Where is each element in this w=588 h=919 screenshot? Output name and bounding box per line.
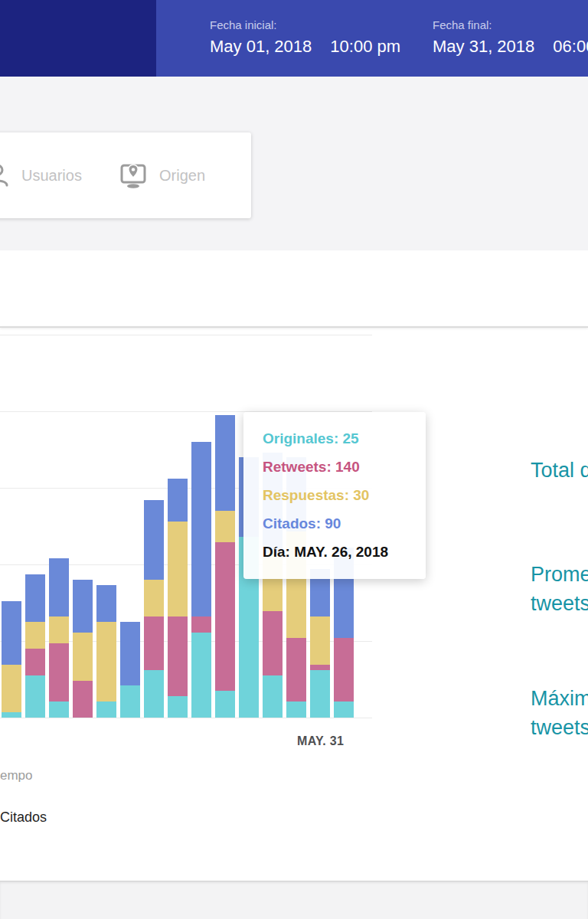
segment-originales bbox=[310, 670, 330, 718]
segment-citados bbox=[168, 479, 188, 521]
segment-citados bbox=[96, 585, 116, 623]
segment-citados bbox=[191, 442, 211, 617]
segment-retweets bbox=[286, 638, 306, 702]
segment-originales bbox=[144, 670, 164, 718]
section-divider bbox=[0, 326, 588, 328]
bar-may-20[interactable] bbox=[73, 580, 93, 718]
date-range-header: Fecha inicial: May 01, 2018 10:00 pm Fec… bbox=[0, 0, 588, 77]
segment-respuestas bbox=[49, 616, 69, 643]
gridline bbox=[0, 335, 372, 335]
segment-respuestas bbox=[168, 522, 188, 617]
segment-originales bbox=[263, 675, 283, 718]
bar-may-19[interactable] bbox=[49, 558, 69, 718]
segment-originales bbox=[334, 702, 354, 718]
bar-may-18[interactable] bbox=[25, 574, 45, 718]
start-date-value: May 01, 2018 10:00 pm bbox=[210, 37, 400, 57]
stat-item: Total de tweets bbox=[531, 456, 588, 485]
segment-retweets bbox=[334, 638, 354, 702]
tab-usuarios-label: Usuarios bbox=[21, 167, 82, 185]
segment-retweets bbox=[144, 616, 164, 669]
segment-respuestas bbox=[215, 511, 235, 543]
segment-retweets bbox=[73, 681, 93, 718]
chart-tooltip: Originales: 25Retweets: 140Respuestas: 3… bbox=[243, 412, 426, 579]
bar-may-26[interactable] bbox=[215, 415, 235, 718]
segment-originales bbox=[120, 685, 140, 718]
segment-citados bbox=[120, 622, 140, 685]
x-axis-baseline bbox=[0, 718, 372, 718]
stat-line: Promedio de bbox=[531, 560, 588, 589]
segment-citados bbox=[2, 601, 21, 665]
segment-respuestas bbox=[310, 616, 330, 664]
segment-citados bbox=[49, 558, 69, 616]
stat-line: tweets por día bbox=[531, 589, 588, 618]
segment-retweets bbox=[49, 643, 69, 702]
segment-retweets bbox=[191, 616, 211, 633]
origin-screen-pin-icon bbox=[119, 162, 147, 188]
start-time[interactable]: 10:00 pm bbox=[330, 37, 400, 57]
segment-originales bbox=[25, 675, 45, 718]
segment-originales bbox=[215, 691, 235, 718]
segment-retweets bbox=[263, 611, 283, 675]
bar-may-21[interactable] bbox=[96, 585, 116, 718]
segment-citados bbox=[73, 580, 93, 633]
segment-citados bbox=[144, 500, 164, 580]
tooltip-row: Citados: 90 bbox=[263, 509, 426, 538]
chart-caption-fragment: empo bbox=[0, 768, 33, 783]
segment-originales bbox=[286, 702, 306, 718]
analytics-dashboard: Fecha inicial: May 01, 2018 10:00 pm Fec… bbox=[0, 0, 588, 919]
tooltip-row: Retweets: 140 bbox=[263, 453, 426, 481]
start-date-label: Fecha inicial: bbox=[210, 18, 277, 31]
segment-originales bbox=[96, 702, 116, 718]
tooltip-row: Día: MAY. 26, 2018 bbox=[263, 538, 426, 566]
stat-line: Máximo de bbox=[531, 684, 588, 713]
page-footer bbox=[0, 881, 588, 919]
tab-origen-label: Origen bbox=[159, 167, 205, 185]
segment-originales bbox=[191, 633, 211, 718]
bar-may-30[interactable] bbox=[310, 569, 330, 718]
stat-line: tweets por día bbox=[531, 713, 588, 742]
segment-retweets bbox=[215, 542, 235, 691]
segment-respuestas bbox=[96, 622, 116, 702]
segment-originales bbox=[49, 702, 69, 718]
end-date-label: Fecha final: bbox=[433, 18, 492, 31]
start-date[interactable]: May 01, 2018 bbox=[210, 37, 312, 57]
segment-retweets bbox=[168, 616, 188, 696]
user-icon bbox=[0, 163, 9, 188]
header-brand-block bbox=[0, 0, 156, 77]
end-time[interactable]: 06:00 pm bbox=[553, 37, 588, 57]
bar-may-17[interactable] bbox=[2, 601, 21, 718]
tooltip-row: Originales: 25 bbox=[263, 424, 426, 453]
segment-citados bbox=[25, 574, 45, 622]
activity-section: Originales: 25Retweets: 140Respuestas: 3… bbox=[0, 250, 588, 881]
bar-may-24[interactable] bbox=[168, 479, 188, 718]
tab-usuarios[interactable]: Usuarios bbox=[0, 132, 82, 218]
bar-may-23[interactable] bbox=[144, 500, 164, 718]
segment-respuestas bbox=[2, 665, 21, 712]
tooltip-row: Respuestas: 30 bbox=[263, 481, 426, 509]
segment-respuestas bbox=[25, 622, 45, 649]
stat-item: Promedio detweets por día bbox=[531, 560, 588, 618]
x-axis-tick: MAY. 31 bbox=[297, 734, 344, 748]
bar-may-22[interactable] bbox=[120, 622, 140, 718]
tab-bar-card: Usuarios Origen bbox=[0, 132, 251, 218]
end-date[interactable]: May 31, 2018 bbox=[433, 37, 534, 57]
segment-retweets bbox=[310, 665, 330, 670]
end-date-value: May 31, 2018 06:00 pm bbox=[433, 37, 588, 57]
stat-line: Total de tweets bbox=[531, 456, 588, 485]
segment-respuestas bbox=[144, 580, 164, 617]
stat-item: Máximo detweets por día bbox=[531, 684, 588, 742]
segment-citados bbox=[215, 415, 235, 511]
tab-origen[interactable]: Origen bbox=[119, 132, 205, 218]
segment-originales bbox=[168, 696, 188, 718]
segment-retweets bbox=[25, 649, 45, 675]
legend-item-citados[interactable]: Citados bbox=[0, 809, 47, 826]
bar-may-25[interactable] bbox=[191, 442, 211, 718]
segment-respuestas bbox=[73, 633, 93, 680]
segment-originales bbox=[2, 712, 21, 718]
